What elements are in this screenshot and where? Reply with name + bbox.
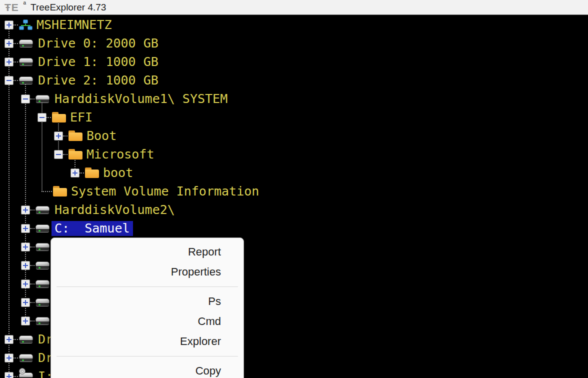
- expand-plus-toggle[interactable]: [21, 298, 30, 307]
- expand-plus-toggle[interactable]: [21, 280, 30, 288]
- drive-icon: [36, 206, 50, 214]
- tree-row-label: Microsoft: [86, 147, 154, 162]
- drive-icon: [19, 39, 34, 48]
- tree-row-harddiskvolume2[interactable]: HarddiskVolume2\: [0, 200, 588, 219]
- tree-connector: [30, 302, 34, 303]
- tree-row-label: HarddiskVolume1\ SYSTEM: [54, 92, 228, 106]
- expand-plus-toggle[interactable]: [54, 132, 63, 140]
- drive-disc-icon: [19, 372, 34, 378]
- folder-icon: [52, 112, 66, 122]
- folder-icon: [68, 130, 82, 141]
- drive-icon: [36, 316, 50, 325]
- app-icon: ŦE: [4, 2, 19, 12]
- expand-plus-toggle[interactable]: [21, 224, 30, 233]
- drive-icon: [36, 298, 50, 306]
- tree-row-label: boot: [103, 166, 133, 180]
- tree-connector: [30, 265, 34, 266]
- network-icon: [19, 20, 32, 30]
- expand-plus-toggle[interactable]: [4, 335, 14, 344]
- expand-plus-toggle[interactable]: [4, 58, 14, 66]
- tree-connector: [14, 24, 18, 26]
- expand-plus-toggle[interactable]: [4, 20, 14, 30]
- menu-separator: [56, 356, 238, 356]
- drive-icon: [36, 224, 50, 232]
- expand-plus-toggle[interactable]: [21, 242, 30, 252]
- tree-row-label: EFI: [70, 110, 92, 125]
- window-title: TreeExplorer 4.73: [30, 2, 106, 13]
- tree-row-boot[interactable]: Boot: [0, 126, 588, 145]
- drive-icon: [19, 58, 34, 66]
- tree-row-system-volume-information[interactable]: System Volume Information: [0, 182, 588, 200]
- tree-row-label: Drive 2: 1000 GB: [38, 73, 158, 88]
- tree-connector: [30, 284, 34, 284]
- tree-row-label: Drive 1: 1000 GB: [38, 54, 158, 70]
- tree-connector: [80, 172, 84, 174]
- drive-icon: [19, 76, 34, 84]
- title-bar: ŦE ª TreeExplorer 4.73: [0, 0, 588, 15]
- drive-icon: [36, 94, 50, 103]
- collapse-minus-toggle[interactable]: [54, 150, 63, 159]
- tree-connector: [30, 246, 34, 248]
- tree-connector: [46, 117, 51, 118]
- tree-row-c-samuel[interactable]: C: Samuel: [0, 219, 588, 238]
- context-menu: ReportPropertiesPsCmdExplorerCopy: [50, 238, 244, 378]
- menu-item-properties[interactable]: Properties: [51, 262, 244, 282]
- tree-connector: [14, 62, 18, 62]
- drive-icon: [19, 354, 34, 362]
- collapse-minus-toggle[interactable]: [38, 113, 46, 122]
- tree-row-efi[interactable]: EFI: [0, 108, 588, 126]
- tree-row-label: HarddiskVolume2\: [54, 202, 175, 218]
- tree-connector: [42, 191, 52, 192]
- menu-item-copy[interactable]: Copy: [51, 361, 244, 378]
- tree-connector: [30, 320, 34, 322]
- tree-connector: [14, 358, 18, 358]
- menu-item-cmd[interactable]: Cmd: [51, 312, 244, 332]
- drive-icon: [19, 335, 34, 344]
- expand-plus-toggle[interactable]: [4, 372, 14, 378]
- drive-icon: [36, 242, 50, 251]
- tree-connector: [14, 339, 18, 340]
- drive-icon: [36, 280, 50, 288]
- menu-item-ps[interactable]: Ps: [51, 292, 244, 312]
- tree-row-label: MSHEIMNETZ: [36, 18, 112, 32]
- tree-connector: [14, 80, 18, 81]
- menu-item-explorer[interactable]: Explorer: [51, 332, 244, 352]
- expand-plus-toggle[interactable]: [4, 39, 14, 48]
- tree-row-label: System Volume Information: [71, 184, 259, 199]
- tree-row-msheimnetz[interactable]: MSHEIMNETZ: [0, 16, 588, 34]
- tree-row-drive-0-2000-gb[interactable]: Drive 0: 2000 GB: [0, 34, 588, 52]
- expand-plus-toggle[interactable]: [21, 261, 30, 270]
- folder-icon: [68, 149, 82, 160]
- tree-connector: [63, 154, 68, 155]
- expand-plus-toggle[interactable]: [21, 206, 30, 214]
- folder-icon: [85, 168, 99, 178]
- tree-row-drive-2-1000-gb[interactable]: Drive 2: 1000 GB: [0, 71, 588, 90]
- tree-row-label: Boot: [86, 128, 116, 144]
- tree-row-drive-1-1000-gb[interactable]: Drive 1: 1000 GB: [0, 52, 588, 71]
- menu-item-report[interactable]: Report: [51, 242, 244, 262]
- tree-connector: [30, 210, 34, 210]
- menu-separator: [56, 286, 238, 287]
- tree-row-harddiskvolume1-system[interactable]: HarddiskVolume1\ SYSTEM: [0, 90, 588, 108]
- tree-row-boot[interactable]: boot: [0, 164, 588, 182]
- tree-connector: [63, 136, 68, 136]
- folder-icon: [53, 186, 67, 196]
- tree-row-label-selected: C: Samuel: [52, 221, 133, 236]
- tree-connector: [14, 43, 18, 44]
- collapse-minus-toggle[interactable]: [4, 76, 14, 85]
- tree-connector: [30, 228, 34, 229]
- expand-plus-toggle[interactable]: [70, 168, 80, 178]
- tree-connector: [30, 98, 34, 100]
- tree-row-microsoft[interactable]: Microsoft: [0, 145, 588, 164]
- collapse-minus-toggle[interactable]: [21, 94, 30, 104]
- expand-plus-toggle[interactable]: [21, 316, 30, 326]
- expand-plus-toggle[interactable]: [4, 354, 14, 362]
- tree-row-label: Drive 0: 2000 GB: [38, 36, 158, 51]
- drive-icon: [36, 261, 50, 270]
- title-superscript: ª: [24, 0, 26, 8]
- tree-connector: [14, 376, 18, 377]
